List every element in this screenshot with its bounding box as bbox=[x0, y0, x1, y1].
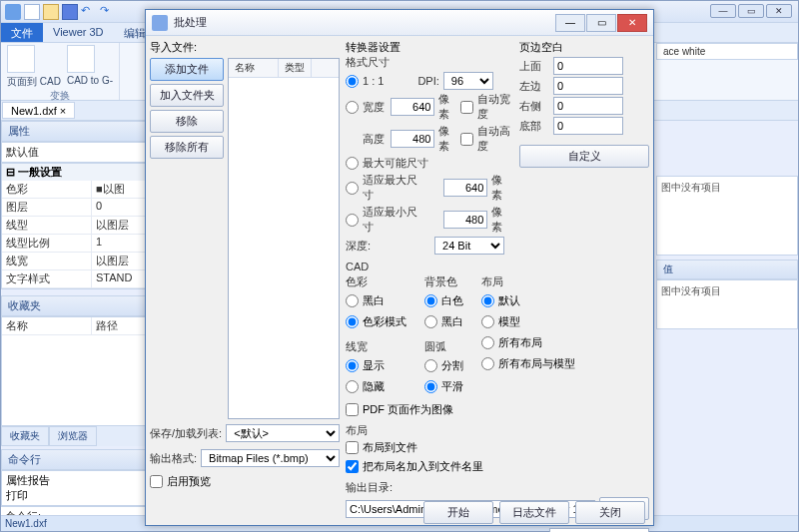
enable-preview-checkbox[interactable] bbox=[150, 475, 163, 488]
col-type[interactable]: 类型 bbox=[279, 59, 312, 77]
save-load-list-select[interactable]: <默认> bbox=[226, 424, 340, 442]
fit-max-radio[interactable] bbox=[346, 182, 359, 195]
toolbar-item[interactable]: ace white bbox=[656, 43, 798, 60]
px-label: 像素 bbox=[491, 173, 513, 203]
remove-button[interactable]: 移除 bbox=[150, 110, 224, 133]
tab-browser[interactable]: 浏览器 bbox=[49, 426, 97, 446]
start-button[interactable]: 开始 bbox=[423, 501, 493, 524]
dialog-icon bbox=[152, 15, 168, 31]
dialog-left-column: 导入文件: 添加文件 加入文件夹 移除 移除所有 名称 类型 保存/加载列表: … bbox=[150, 40, 340, 491]
dialog-right-column: 转换器设置 格式尺寸 1 : 1 DPI: 96 宽度 像素 自动宽度 高度 像… bbox=[346, 40, 649, 491]
linew-hide-label: 隐藏 bbox=[363, 379, 385, 394]
layout-all-model-radio[interactable] bbox=[481, 357, 494, 370]
col-name[interactable]: 名称 bbox=[229, 59, 279, 77]
minimize-button[interactable]: — bbox=[710, 4, 736, 18]
margins-header: 页边空白 bbox=[519, 40, 649, 55]
margin-left-input[interactable] bbox=[553, 77, 623, 95]
margin-right-input[interactable] bbox=[553, 97, 623, 115]
max-size-radio[interactable] bbox=[346, 157, 359, 170]
margin-right-label: 右侧 bbox=[519, 99, 547, 114]
open-icon[interactable] bbox=[43, 4, 59, 20]
auto-height-label: 自动高度 bbox=[477, 124, 513, 154]
margin-bottom-input[interactable] bbox=[553, 117, 623, 135]
close-button[interactable]: ✕ bbox=[766, 4, 792, 18]
file-list[interactable]: 名称 类型 bbox=[228, 58, 340, 419]
margin-top-input[interactable] bbox=[553, 57, 623, 75]
tab-viewer3d[interactable]: Viewer 3D bbox=[43, 23, 114, 42]
prop-val[interactable]: 以图层 bbox=[92, 253, 145, 269]
custom-margins-button[interactable]: 自定义 bbox=[519, 145, 649, 168]
redo-icon[interactable]: ↷ bbox=[100, 4, 116, 20]
fav-col-name: 名称 bbox=[2, 317, 92, 334]
width-input[interactable] bbox=[391, 98, 434, 116]
dialog-minimize-button[interactable]: — bbox=[555, 14, 585, 32]
tab-file[interactable]: 文件 bbox=[1, 23, 43, 42]
outdir-label: 输出目录: bbox=[346, 480, 649, 495]
fit-min-radio[interactable] bbox=[346, 214, 359, 227]
dpi-select[interactable]: 96 bbox=[443, 72, 493, 90]
auto-width-checkbox[interactable] bbox=[460, 101, 473, 114]
layout-default-radio[interactable] bbox=[481, 294, 494, 307]
log-button[interactable]: 日志文件 bbox=[499, 501, 569, 524]
save-icon[interactable] bbox=[62, 4, 78, 20]
save-load-conv-select[interactable]: <默认> bbox=[549, 528, 649, 532]
bg-bw-radio[interactable] bbox=[424, 315, 437, 328]
bg-white-label: 白色 bbox=[441, 293, 463, 308]
prop-val[interactable]: 0 bbox=[92, 199, 145, 216]
layout-header: 布局 bbox=[346, 423, 649, 438]
right-empty-msg-1: 图中没有项目 bbox=[656, 176, 798, 256]
ratio-label: 1 : 1 bbox=[363, 75, 384, 87]
dialog-close-button[interactable]: ✕ bbox=[617, 14, 647, 32]
tab-favorites[interactable]: 收藏夹 bbox=[1, 426, 49, 446]
doc-tab-new1[interactable]: New1.dxf × bbox=[2, 102, 75, 119]
layout-model-radio[interactable] bbox=[481, 315, 494, 328]
layout-to-file-checkbox[interactable] bbox=[346, 441, 359, 454]
prop-val[interactable]: 以图层 bbox=[92, 217, 145, 234]
app-icon bbox=[5, 4, 21, 20]
pdf-as-image-checkbox[interactable] bbox=[346, 403, 359, 416]
page-to-cad-icon[interactable] bbox=[7, 45, 35, 73]
cad-to-g-icon[interactable] bbox=[67, 45, 95, 73]
prop-key: 线型比例 bbox=[2, 235, 92, 252]
fit-min-input[interactable] bbox=[443, 211, 487, 229]
auto-width-label: 自动宽度 bbox=[477, 92, 513, 122]
remove-all-button[interactable]: 移除所有 bbox=[150, 136, 224, 159]
width-radio[interactable] bbox=[346, 101, 359, 114]
close-dialog-button[interactable]: 关闭 bbox=[575, 501, 645, 524]
quick-access-toolbar: ↶ ↷ bbox=[5, 4, 116, 20]
right-panels: ace white 图中没有项目 值 图中没有项目 bbox=[656, 43, 798, 329]
depth-select[interactable]: 24 Bit bbox=[434, 237, 504, 255]
props-cat-general[interactable]: ⊟ 一般设置 bbox=[2, 164, 145, 181]
dialog-titlebar[interactable]: 批处理 — ▭ ✕ bbox=[146, 10, 653, 36]
prop-val[interactable]: ■以图 bbox=[92, 181, 145, 198]
layout-all-label: 所有布局 bbox=[498, 335, 542, 350]
layout-all-radio[interactable] bbox=[481, 336, 494, 349]
output-format-label: 输出格式: bbox=[150, 451, 197, 466]
cad-to-g-label: CAD to G- bbox=[67, 75, 113, 86]
ribbon-group-label: 变换 bbox=[50, 89, 70, 103]
output-format-select[interactable]: Bitmap Files (*.bmp) bbox=[201, 449, 340, 467]
close-doc-icon[interactable]: × bbox=[60, 105, 66, 117]
dialog-maximize-button[interactable]: ▭ bbox=[586, 14, 616, 32]
bg-white-radio[interactable] bbox=[424, 294, 437, 307]
ratio-radio[interactable] bbox=[346, 75, 359, 88]
maximize-button[interactable]: ▭ bbox=[738, 4, 764, 18]
color-bw-radio[interactable] bbox=[346, 294, 359, 307]
add-file-button[interactable]: 添加文件 bbox=[150, 58, 224, 81]
fit-max-input[interactable] bbox=[443, 179, 487, 197]
linew-hide-radio[interactable] bbox=[346, 380, 359, 393]
height-input[interactable] bbox=[391, 130, 434, 148]
prop-val[interactable]: 1 bbox=[92, 235, 145, 252]
arc-split-radio[interactable] bbox=[424, 359, 437, 372]
import-header: 导入文件: bbox=[150, 40, 340, 55]
arc-smooth-radio[interactable] bbox=[424, 380, 437, 393]
auto-height-checkbox[interactable] bbox=[460, 133, 473, 146]
new-icon[interactable] bbox=[24, 4, 40, 20]
add-folder-button[interactable]: 加入文件夹 bbox=[150, 84, 224, 107]
linew-show-radio[interactable] bbox=[346, 359, 359, 372]
prop-val[interactable]: STAND bbox=[92, 270, 145, 287]
color-mode-radio[interactable] bbox=[346, 315, 359, 328]
undo-icon[interactable]: ↶ bbox=[81, 4, 97, 20]
height-label: 高度 bbox=[363, 132, 387, 147]
layout-name-to-file-checkbox[interactable] bbox=[346, 460, 359, 473]
